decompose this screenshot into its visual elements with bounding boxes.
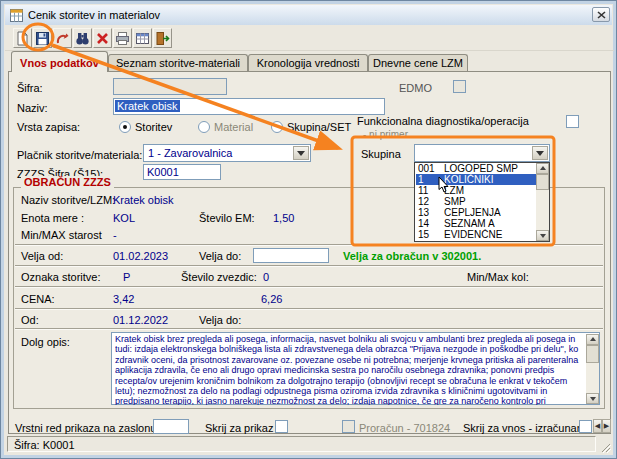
skrij-za-vnos-checkbox[interactable] [579, 420, 592, 433]
chevron-down-icon [297, 151, 305, 160]
enota-mere-label: Enota mere : [21, 212, 84, 224]
radio-skupina-set[interactable] [271, 121, 283, 133]
dropdown-scroll-up-button[interactable] [536, 163, 549, 174]
radio-storitev[interactable] [119, 121, 131, 133]
velja-do-input[interactable] [253, 248, 329, 263]
cena-value: 3,42 [113, 293, 134, 305]
dropdown-item-label: LOGOPED SMP [444, 163, 518, 174]
dropdown-item-label: SMP [444, 196, 466, 207]
funkcionalna-diagnostika-checkbox[interactable] [566, 115, 579, 128]
zzzs-sifra-value: K0001 [147, 166, 179, 178]
save-button[interactable] [33, 28, 52, 48]
triangle-down-icon [590, 397, 596, 404]
table-grid-icon [135, 31, 150, 46]
dropdown-item[interactable]: 13CEPLJENJA [416, 207, 536, 218]
chevron-down-icon [536, 151, 544, 160]
dropdown-scroll-down-button[interactable] [536, 230, 549, 241]
printer-icon [115, 31, 130, 46]
stevilo-em-label: Število EM: [199, 212, 255, 224]
oznaka-storitve-label: Oznaka storitve: [21, 271, 100, 283]
oznaka-storitve-value: P [123, 271, 130, 283]
new-button[interactable] [13, 28, 32, 48]
od-label: Od: [21, 314, 39, 326]
tab-vnos-podatkov[interactable]: Vnos podatkov [11, 51, 108, 72]
naziv-input[interactable]: Kratek obisk [113, 98, 385, 115]
dropdown-item-selected[interactable]: 1KOLIČNIKI [416, 174, 536, 185]
velja-do-label: Velja do: [199, 250, 241, 262]
edmo-checkbox[interactable] [453, 80, 466, 93]
triangle-up-icon [540, 163, 546, 170]
tab-seznam-storitve-materiali[interactable]: Seznam storitve-materiali [108, 54, 248, 71]
dropdown-item[interactable]: 14SEZNAM A [416, 218, 536, 229]
sifra-label: Šifra: [17, 82, 43, 94]
vrstni-red-label: Vrstni red prikaza na zaslonu: [15, 422, 160, 434]
close-icon [597, 11, 606, 19]
proracun-checkbox[interactable] [342, 420, 355, 433]
zzzs-sifra-input[interactable]: K0001 [143, 164, 221, 180]
placnik-combobox[interactable]: 1 - Zavarovalnica [143, 144, 311, 162]
arrow-right-icon: ▶ [604, 422, 609, 429]
dolg-opis-textbox[interactable]: Kratek obisk brez pregleda ali posega, i… [111, 332, 600, 405]
edmo-label: EDMO [399, 82, 432, 94]
table-button[interactable] [133, 28, 152, 48]
dropdown-item[interactable]: 12SMP [416, 196, 536, 207]
dropdown-item-code: 13 [418, 207, 444, 218]
close-button[interactable] [592, 7, 610, 22]
dropdown-item-code: 001 [418, 163, 444, 174]
scroll-left-button[interactable]: ◀ [593, 419, 602, 433]
search-button[interactable] [73, 28, 92, 48]
dropdown-item[interactable]: 11LZM [416, 185, 536, 196]
delete-x-icon [95, 31, 110, 46]
skrij-za-prikaz-label: Skrij za prikaz [205, 422, 273, 434]
toolbar [5, 25, 614, 51]
velja-od-label: Velja od: [21, 250, 63, 262]
statusbar: Šifra: K0001 [5, 434, 612, 454]
radio-storitev-label: Storitev [135, 121, 172, 133]
enota-mere-value: KOL [113, 212, 135, 224]
separator [15, 328, 603, 330]
sifra-input[interactable] [113, 78, 227, 95]
scroll-right-button[interactable]: ▶ [602, 419, 611, 433]
obracun-section-label: OBRAČUN ZZZS [21, 176, 114, 188]
dropdown-scrollbar-thumb[interactable] [536, 174, 549, 190]
dolg-opis-scrollbar-thumb[interactable] [586, 345, 599, 363]
velja-do2-label: Velja do: [199, 314, 241, 326]
exit-button[interactable] [153, 28, 172, 48]
dropdown-item-label: CEPLJENJA [444, 207, 501, 218]
skupina-dropdown-button[interactable] [532, 146, 548, 160]
triangle-down-icon [540, 234, 546, 241]
dropdown-item-label: SEZNAM A [444, 218, 495, 229]
stevilo-zvezdic-value: 0 [263, 271, 269, 283]
separator [15, 308, 603, 310]
cena-value-2: 6,26 [261, 293, 282, 305]
placnik-dropdown-button[interactable] [293, 146, 309, 160]
window-icon [10, 9, 23, 22]
radio-skupina-set-label: Skupina/SET [287, 121, 351, 133]
new-document-icon [15, 31, 30, 46]
resize-grip-icon[interactable] [599, 441, 611, 453]
vrstni-red-input[interactable] [153, 419, 189, 434]
dropdown-item[interactable]: 15EVIDENČNE [416, 229, 536, 240]
print-button[interactable] [113, 28, 132, 48]
tab-kronologija-vrednosti[interactable]: Kronologija vrednosti [248, 54, 368, 71]
undo-button[interactable] [53, 28, 72, 48]
funkcionalna-diagnostika-label: Funkcionalna diagnostika/operacija [357, 115, 529, 127]
skrij-za-prikaz-checkbox[interactable] [275, 420, 288, 433]
ni-primer-note: - ni primer [363, 129, 408, 140]
dolg-opis-label: Dolg opis: [21, 336, 70, 348]
radio-material-label: Material [214, 121, 253, 133]
skupina-combobox[interactable] [414, 144, 550, 162]
status-sifra: Šifra: K0001 [14, 439, 75, 451]
proracun-label: Proračun - 701824 [359, 422, 450, 434]
tab-dnevne-cene-lzm[interactable]: Dnevne cene LZM [368, 54, 468, 71]
stevilo-em-value: 1,50 [273, 212, 294, 224]
separator [15, 265, 603, 267]
delete-button[interactable] [93, 28, 112, 48]
window-title: Cenik storitev in materialov [28, 9, 160, 21]
naziv-label: Naziv: [17, 102, 48, 114]
dolg-opis-scroll-down-button[interactable] [586, 393, 599, 404]
dolg-opis-scroll-up-button[interactable] [586, 334, 599, 345]
skupina-dropdown-list: 001LOGOPED SMP 1KOLIČNIKI 11LZM 12SMP 13… [414, 162, 550, 242]
dropdown-item[interactable]: 001LOGOPED SMP [416, 163, 536, 174]
radio-material[interactable] [198, 121, 210, 133]
